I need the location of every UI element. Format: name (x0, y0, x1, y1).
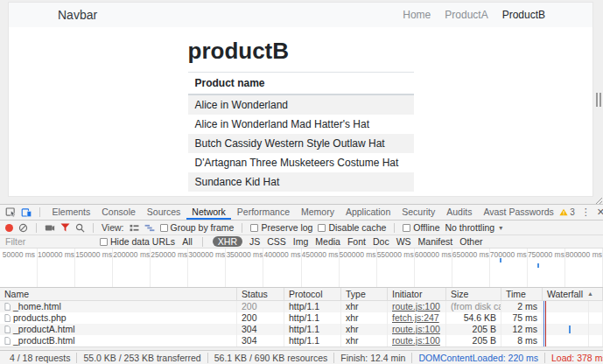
column-header-waterfall[interactable]: Waterfall ▲ (543, 288, 603, 300)
timeline-request-mark (537, 263, 539, 268)
close-icon[interactable]: ✕ (597, 207, 603, 217)
product-row[interactable]: Butch Cassidy Western Style Outlaw Hat (188, 134, 414, 153)
tab-application[interactable]: Application (340, 205, 396, 220)
product-row[interactable]: Sundance Kid Hat (188, 172, 414, 192)
offline-checkbox[interactable]: Offline (403, 222, 439, 233)
devtools-left-icons (0, 205, 46, 220)
tab-network[interactable]: Network (186, 205, 232, 220)
tab-sources[interactable]: Sources (141, 205, 186, 220)
filter-type-doc[interactable]: Doc (373, 236, 389, 247)
devtools-tabbar: Elements Console Sources Network Perform… (0, 205, 603, 220)
view-label: View: (102, 222, 124, 233)
navbar-brand[interactable]: Navbar (58, 8, 97, 22)
hide-data-urls-checkbox[interactable]: Hide data URLs (100, 236, 175, 247)
filter-funnel-icon[interactable] (60, 223, 70, 232)
initiator-link[interactable]: route.js:100 (392, 335, 440, 346)
timeline-tick: 750000 ms (528, 248, 565, 287)
network-summary-bar: 4 / 18 requests 55.0 KB / 253 KB transfe… (0, 350, 603, 364)
page-title: productB (188, 38, 414, 65)
divider (36, 223, 37, 233)
request-row-productb[interactable]: _productB.html 304 http/1.1 xhr route.js… (0, 335, 603, 346)
record-button[interactable] (5, 224, 13, 232)
request-row-products[interactable]: products.php 200 http/1.1 xhr fetch.js:2… (0, 312, 603, 324)
tab-security[interactable]: Security (396, 205, 441, 220)
filter-type-xhr[interactable]: XHR (213, 236, 242, 247)
column-header-type[interactable]: Type (341, 288, 388, 300)
nav-link-producta[interactable]: ProductA (445, 9, 487, 21)
timeline-tick: 600000 ms (415, 248, 452, 287)
summary-resources: 56.1 KB / 690 KB resources (207, 353, 334, 363)
filter-type-js[interactable]: JS (249, 236, 260, 247)
capture-screenshots-icon[interactable] (45, 223, 55, 232)
timeline-tick: 450000 ms (302, 248, 340, 287)
throttling-dropdown[interactable]: No throttling ▾ (445, 222, 503, 233)
dom-content-loaded-line (543, 301, 544, 346)
waterfall-view-icon[interactable] (144, 224, 155, 232)
checkbox-icon (318, 224, 326, 232)
product-row[interactable]: D'Artagnan Three Musketeers Costume Hat (188, 153, 414, 172)
corner-resize-grip-icon[interactable] (593, 195, 602, 204)
nav-link-productb[interactable]: ProductB (502, 9, 545, 21)
column-header-time[interactable]: Time (501, 288, 543, 300)
timeline-tick: 500000 ms (340, 248, 377, 287)
tab-audits[interactable]: Audits (441, 205, 478, 220)
column-header-size[interactable]: Size (446, 288, 501, 300)
product-row[interactable]: V For Vendetta Vigilante Movie Style Hat (188, 192, 414, 197)
filter-input[interactable]: Filter (5, 236, 93, 247)
initiator-link[interactable]: route.js:100 (392, 301, 440, 312)
initiator-link[interactable]: route.js:100 (392, 324, 440, 334)
column-header-protocol[interactable]: Protocol (284, 288, 341, 300)
timeline-tick: 350000 ms (226, 248, 263, 287)
product-row[interactable]: Alice in Wonderland (188, 94, 414, 115)
file-icon (4, 337, 11, 345)
initiator-link[interactable]: fetch.js:247 (392, 312, 439, 323)
network-overview-timeline[interactable]: 50000 ms 100000 ms 150000 ms 200000 ms 2… (0, 248, 603, 288)
inspect-element-icon[interactable] (5, 206, 17, 218)
network-toolbar: View: Group by frame Preserve log (0, 220, 603, 235)
timeline-tick: 100000 ms (38, 248, 75, 287)
tab-avast-passwords[interactable]: Avast Passwords (478, 205, 559, 220)
nav-link-home[interactable]: Home (403, 9, 431, 21)
timeline-tick: 50000 ms (0, 248, 38, 287)
list-view-icon[interactable] (130, 224, 139, 232)
warning-badge[interactable]: 3 (559, 207, 575, 217)
search-icon[interactable] (75, 223, 85, 233)
network-request-rows: _home.html 200 http/1.1 xhr route.js:100… (0, 301, 603, 346)
tab-memory[interactable]: Memory (295, 205, 340, 220)
filter-type-media[interactable]: Media (315, 236, 340, 247)
tab-console[interactable]: Console (96, 205, 142, 220)
filter-type-all[interactable]: All (182, 236, 193, 247)
filter-type-css[interactable]: CSS (267, 236, 286, 247)
disable-cache-checkbox[interactable]: Disable cache (318, 222, 386, 233)
product-row[interactable]: Alice in Wonderland Mad Hatter's Hat (188, 115, 414, 134)
filter-type-font[interactable]: Font (347, 236, 366, 247)
resize-handle-icon[interactable] (596, 93, 601, 107)
summary-transferred: 55.0 KB / 253 KB transferred (76, 353, 207, 363)
preserve-log-checkbox[interactable]: Preserve log (250, 222, 312, 233)
column-header-status[interactable]: Status (237, 288, 284, 300)
kebab-menu-icon[interactable]: ⋮ (581, 207, 591, 217)
column-header-initiator[interactable]: Initiator (388, 288, 446, 300)
filter-type-manifest[interactable]: Manifest (418, 236, 453, 247)
network-table-header: Name Status Protocol Type Initiator Size… (0, 288, 603, 301)
tab-elements[interactable]: Elements (46, 205, 96, 220)
timeline-tick: 400000 ms (263, 248, 301, 287)
request-row-home[interactable]: _home.html 200 http/1.1 xhr route.js:100… (0, 301, 603, 312)
request-row-producta[interactable]: _productA.html 304 http/1.1 xhr route.js… (0, 324, 603, 335)
device-toolbar-icon[interactable] (21, 206, 32, 218)
screenshot-root: Navbar Home ProductA ProductB productB P… (0, 0, 603, 364)
filter-type-other[interactable]: Other (459, 236, 482, 247)
column-header-name[interactable]: Name (0, 288, 237, 300)
filter-type-ws[interactable]: WS (396, 236, 411, 247)
clear-icon[interactable] (18, 223, 28, 233)
web-page: Navbar Home ProductA ProductB productB P… (8, 2, 593, 197)
tab-performance[interactable]: Performance (231, 205, 295, 220)
warning-icon (559, 208, 568, 216)
filter-type-img[interactable]: Img (293, 236, 309, 247)
product-table: Product name Alice in Wonderland Alice i… (188, 72, 414, 197)
checkbox-icon (250, 224, 258, 232)
divider (394, 223, 395, 233)
devtools-panel: Elements Console Sources Network Perform… (0, 204, 603, 364)
group-by-frame-checkbox[interactable]: Group by frame (160, 222, 235, 233)
timeline-tick: 250000 ms (151, 248, 188, 287)
